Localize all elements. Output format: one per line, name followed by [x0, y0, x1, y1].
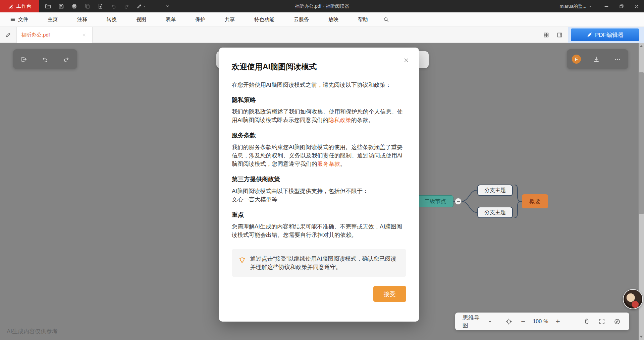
mouse-mode-icon[interactable] — [582, 317, 591, 326]
scroll-up-icon[interactable] — [639, 44, 644, 49]
divider — [498, 318, 498, 326]
locate-center-icon[interactable] — [504, 317, 513, 326]
assistant-avatar[interactable] — [623, 289, 643, 309]
foxit-ai-logo-icon[interactable]: F — [572, 55, 581, 64]
exit-mindmap-icon[interactable] — [18, 54, 30, 65]
menu-convert[interactable]: 转换 — [97, 12, 126, 26]
menu-help[interactable]: 帮助 — [348, 12, 378, 26]
save-icon[interactable] — [56, 1, 66, 11]
menu-features[interactable]: 特色功能 — [245, 12, 284, 26]
menu-file[interactable]: 文件 — [6, 12, 38, 26]
keypoint-heading: 重点 — [232, 211, 406, 219]
toolbar-expand-chevron-icon[interactable] — [162, 1, 172, 11]
mindmap-node-branch-bottom[interactable]: 分支主题 — [477, 207, 513, 218]
chevron-down-icon — [143, 5, 146, 8]
mode-selector[interactable]: 思维导图 — [463, 314, 492, 329]
hamburger-icon — [10, 17, 15, 22]
foxit-logo-icon — [8, 3, 14, 9]
collapse-node-button[interactable] — [455, 198, 462, 205]
fullscreen-icon[interactable] — [597, 317, 606, 326]
mindmap-node-secondary[interactable]: 二级节点 — [417, 195, 453, 207]
close-icon[interactable] — [402, 56, 410, 64]
undo-icon[interactable] — [39, 54, 51, 65]
lightbulb-icon — [238, 257, 246, 264]
titlebar-quick-tools — [43, 1, 172, 11]
menu-protect[interactable]: 保护 — [185, 12, 215, 26]
ai-mindmap-consent-dialog: 欢迎使用AI脑图阅读模式 在您开始使用AI脑图阅读模式之前，请先阅读以下协议和政… — [219, 48, 419, 322]
zoom-level: 100 % — [533, 319, 548, 325]
tab-title: 福昕办公.pdf — [21, 32, 81, 38]
grid-view-icon[interactable] — [542, 31, 550, 39]
dialog-actions: 接受 — [232, 286, 406, 302]
accept-button[interactable]: 接受 — [373, 286, 406, 302]
workspace-label: 工作台 — [16, 3, 32, 9]
account-menu[interactable]: miarua的监... — [559, 3, 592, 9]
menu-view[interactable]: 视图 — [126, 12, 156, 26]
mindmap-node-branch-top[interactable]: 分支主题 — [477, 185, 513, 196]
edit-pencil-icon[interactable] — [4, 31, 12, 39]
pen-tool-icon[interactable] — [135, 1, 148, 11]
titlebar-right: miarua的监... — [559, 0, 644, 12]
canvas-right-toolbar: F — [567, 49, 628, 69]
privacy-policy-link[interactable]: 隐私政策 — [328, 117, 351, 123]
mindmap-node-summary[interactable]: 概要 — [522, 194, 548, 208]
keypoint-paragraph: 您需理解AI生成的内容和结果可能不准确、不完整或无效，AI脑图阅读模式可能会出错… — [232, 222, 406, 239]
quill-icon — [586, 32, 592, 38]
zoom-in-button[interactable]: + — [554, 317, 561, 326]
chevron-down-icon — [589, 5, 592, 8]
ai-disclaimer-note: AI生成内容仅供参考 — [7, 328, 58, 335]
minus-icon — [457, 201, 460, 202]
dialog-intro: 在您开始使用AI脑图阅读模式之前，请先阅读以下协议和政策： — [232, 81, 406, 89]
chevron-down-icon — [488, 320, 492, 324]
menu-comment[interactable]: 注释 — [67, 12, 97, 26]
search-icon[interactable] — [380, 14, 392, 25]
thirdparty-heading: 第三方提供商政策 — [232, 175, 406, 183]
menu-home[interactable]: 主页 — [38, 12, 67, 26]
notice-text: 通过点击“接受”以继续使用AI脑图阅读模式，确认您已阅读并理解这些协议和政策并同… — [250, 255, 399, 271]
terms-heading: 服务条款 — [232, 131, 406, 139]
close-window-button[interactable] — [629, 0, 644, 12]
redo-icon[interactable] — [61, 54, 72, 65]
zoom-out-button[interactable]: − — [520, 317, 527, 326]
terms-paragraph: 我们的服务条款约束您AI脑图阅读模式的使用。这些条款涵盖了重要信息，涉及您的权利… — [232, 143, 406, 168]
editor-promo-band: PDF编辑器 — [568, 27, 644, 43]
menu-present[interactable]: 放映 — [319, 12, 348, 26]
copy-icon[interactable] — [82, 1, 92, 11]
more-options-icon[interactable] — [612, 54, 623, 65]
dialog-title: 欢迎使用AI脑图阅读模式 — [232, 62, 406, 72]
account-name: miarua的监... — [559, 3, 586, 9]
menu-form[interactable]: 表单 — [156, 12, 185, 26]
menu-cloud[interactable]: 云服务 — [284, 12, 319, 26]
privacy-heading: 隐私策略 — [232, 96, 406, 104]
thirdparty-paragraph: AI脑图阅读模式由以下模型提供支持，包括但不限于：文心一言大模型等 — [232, 187, 406, 204]
undo-icon[interactable] — [108, 1, 118, 11]
redo-icon[interactable] — [121, 1, 131, 11]
tab-close-icon[interactable] — [81, 31, 88, 38]
download-icon[interactable] — [591, 54, 602, 65]
menu-share[interactable]: 共享 — [215, 12, 245, 26]
terms-of-service-link[interactable]: 服务条款 — [317, 161, 340, 167]
compass-icon[interactable] — [612, 317, 622, 326]
accept-notice-box: 通过点击“接受”以继续使用AI脑图阅读模式，确认您已阅读并理解这些协议和政策并同… — [232, 249, 406, 277]
tabbar-view-buttons — [542, 31, 564, 39]
menubar: 文件 主页 注释 转换 视图 表单 保护 共享 特色功能 云服务 放映 帮助 — [0, 12, 644, 27]
pdf-editor-button[interactable]: PDF编辑器 — [571, 28, 639, 41]
privacy-paragraph: 我们的隐私政策概述了我们如何收集、使用和保护您的个人信息。使用AI脑图阅读模式即… — [232, 108, 406, 124]
mindmap-canvas[interactable]: 二级节点 分支主题 分支主题 概要 F 思维导图 − 100 — [0, 43, 644, 340]
canvas-left-toolbar — [13, 49, 77, 69]
minimize-button[interactable] — [599, 0, 614, 12]
app-window: 工作台 福昕办公.pdf - 福昕阅读器 miarua的监... — [0, 0, 644, 340]
open-file-icon[interactable] — [43, 1, 53, 11]
restore-button[interactable] — [614, 0, 629, 12]
scrollbar-thumb[interactable] — [639, 72, 644, 214]
tabbar: 福昕办公.pdf PDF编辑器 — [0, 27, 644, 43]
panel-layout-icon[interactable] — [555, 31, 564, 39]
workspace-button[interactable]: 工作台 — [0, 0, 39, 12]
document-tab[interactable]: 福昕办公.pdf — [16, 27, 93, 43]
titlebar: 工作台 福昕办公.pdf - 福昕阅读器 miarua的监... — [0, 0, 644, 12]
canvas-zoom-toolbar: 思维导图 − 100 % + — [455, 313, 629, 330]
scroll-down-icon[interactable] — [639, 334, 644, 339]
print-icon[interactable] — [69, 1, 79, 11]
new-document-icon[interactable] — [95, 1, 105, 11]
